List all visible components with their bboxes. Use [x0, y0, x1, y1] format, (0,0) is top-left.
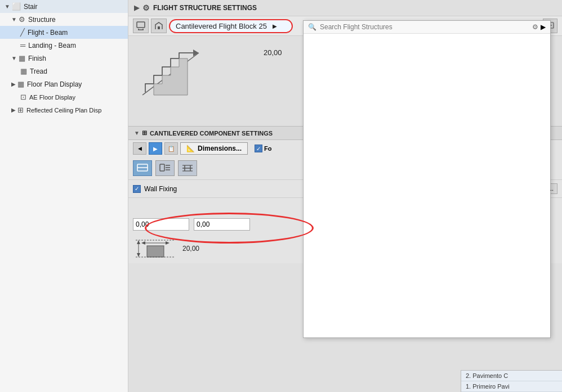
sidebar-item-label: AE Floor Display	[29, 94, 75, 101]
floor-list: 2. Pavimento C 1. Primeiro Pavi	[461, 370, 562, 392]
sidebar-item-floor-plan[interactable]: ▶ ▦ Floor Plan Display	[0, 78, 128, 91]
settings-header: ▶ ⚙ FLIGHT STRUCTURE SETTINGS	[128, 0, 562, 16]
ceiling-icon: ⊞	[17, 106, 24, 114]
icon-btn-1[interactable]	[133, 160, 152, 176]
dropdown-label: Cantilevered Flight Block 25	[176, 22, 267, 30]
chevron-down-icon: ▼	[134, 130, 140, 136]
landing-icon: ═	[20, 41, 25, 49]
svg-marker-28	[141, 241, 145, 245]
sidebar-item-stair[interactable]: ▼ ⬜ Stair	[0, 0, 128, 13]
search-panel: 🔍 ⚙ ▶	[303, 20, 551, 338]
fo-label: Fo	[264, 145, 271, 152]
fo-checkbox[interactable]: ✓	[255, 145, 262, 152]
settings-icon: ▶	[134, 4, 139, 12]
sidebar-item-flight-beam[interactable]: ╱ Flight - Beam	[0, 26, 128, 39]
floor-list-item-2[interactable]: 1. Primeiro Pavi	[461, 381, 562, 392]
field-2[interactable]	[194, 218, 250, 231]
sidebar-item-label: Structure	[28, 16, 56, 24]
dimension-value: 20,00	[264, 48, 282, 57]
chevron-down-icon: ▼	[5, 3, 10, 10]
chevron-down-icon: ▼	[11, 55, 17, 61]
sidebar-item-structure[interactable]: ▼ ⚙ Structure	[0, 13, 128, 26]
wall-fixing-label: Wall Fixing	[144, 185, 177, 193]
search-input[interactable]	[320, 23, 532, 31]
copy-button[interactable]: 📋	[164, 142, 178, 155]
floor-icon: ▦	[17, 80, 24, 88]
floor-list-item-1[interactable]: 2. Pavimento C	[461, 371, 562, 381]
toolbar-icon-1[interactable]	[133, 19, 149, 33]
structure-settings-icon: ⚙	[142, 3, 150, 12]
play-button[interactable]: ▶	[149, 142, 162, 155]
fo-checkbox-row: ✓ Fo	[255, 145, 271, 152]
chevron-right-icon: ▶	[273, 23, 277, 29]
chevron-right-icon: ▶	[11, 81, 16, 87]
icon-btn-3[interactable]	[178, 160, 197, 176]
beam-icon: ╱	[20, 28, 25, 37]
tread-icon: ▦	[20, 67, 27, 75]
settings-title: FLIGHT STRUCTURE SETTINGS	[153, 4, 257, 12]
sidebar: ▼ ⬜ Stair ▼ ⚙ Structure ╱ Flight - Beam …	[0, 0, 128, 392]
dimensions-button[interactable]: 📐 Dimensions...	[180, 142, 248, 155]
prev-button[interactable]: ◀	[133, 142, 146, 155]
wall-fixing-checkbox[interactable]: ✓	[133, 185, 141, 193]
sidebar-item-label: Tread	[30, 67, 47, 75]
component-icon: ⊞	[142, 129, 147, 137]
svg-rect-12	[160, 164, 164, 171]
bottom-value: 20,00	[182, 245, 199, 253]
svg-marker-29	[166, 241, 170, 245]
structure-icon: ⚙	[19, 15, 25, 24]
svg-rect-22	[147, 246, 164, 257]
field-1[interactable]	[133, 218, 189, 231]
bottom-stair-diagram	[133, 237, 178, 260]
cantilevered-title: CANTILEVERED COMPONENT SETTINGS	[150, 130, 273, 137]
ae-floor-icon: ⊡	[20, 93, 26, 101]
gear-icon[interactable]: ⚙	[532, 23, 538, 31]
sidebar-item-label: Stair	[24, 3, 38, 11]
main-panel: ▶ ⚙ FLIGHT STRUCTURE SETTINGS Cantilever…	[128, 0, 562, 392]
sidebar-item-label: Flight - Beam	[28, 29, 68, 37]
svg-marker-26	[137, 253, 140, 257]
search-results	[304, 34, 550, 337]
sidebar-item-ceiling[interactable]: ▶ ⊞ Reflected Ceiling Plan Disp	[0, 103, 128, 116]
sidebar-item-landing-beam[interactable]: ═ Landing - Beam	[0, 39, 128, 52]
toolbar-icon-2[interactable]	[151, 19, 167, 33]
sidebar-item-ae-floor[interactable]: ⊡ AE Floor Display	[0, 91, 128, 103]
icon-btn-2[interactable]	[155, 160, 175, 176]
flight-structure-dropdown[interactable]: Cantilevered Flight Block 25 ▶	[169, 19, 293, 33]
finish-icon: ▦	[19, 54, 25, 62]
sidebar-item-finish[interactable]: ▼ ▦ Finish	[0, 52, 128, 65]
sidebar-item-label: Landing - Beam	[28, 42, 76, 49]
stair-icon: ⬜	[12, 2, 21, 11]
svg-rect-0	[137, 22, 145, 28]
chevron-right-icon: ▶	[11, 107, 16, 113]
sidebar-item-label: Floor Plan Display	[27, 80, 82, 88]
chevron-down-icon: ▼	[11, 16, 17, 22]
sidebar-item-label: Reflected Ceiling Plan Disp	[26, 107, 101, 114]
dimensions-icon: 📐	[186, 145, 195, 152]
sidebar-item-label: Finish	[28, 55, 46, 62]
search-icon: 🔍	[308, 23, 316, 31]
close-icon[interactable]: ▶	[541, 23, 546, 31]
dimensions-label: Dimensions...	[198, 145, 242, 152]
sidebar-item-tread[interactable]: ▦ Tread	[0, 65, 128, 78]
stair-diagram	[140, 42, 202, 98]
search-bar: 🔍 ⚙ ▶	[304, 21, 550, 34]
svg-rect-4	[158, 26, 160, 29]
svg-marker-25	[137, 240, 140, 244]
